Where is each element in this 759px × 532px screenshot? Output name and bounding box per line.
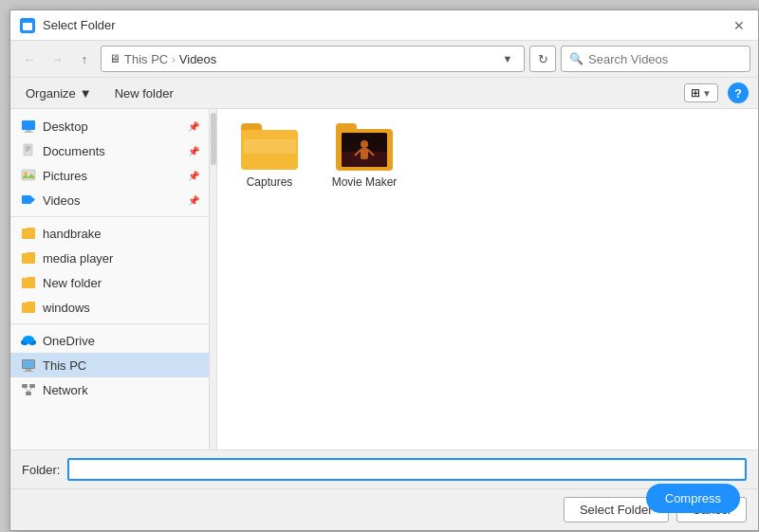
- svg-rect-28: [361, 148, 368, 159]
- pin-icon: 📌: [188, 146, 199, 156]
- view-grid-icon: ⊞: [691, 86, 700, 100]
- sidebar-item-windows[interactable]: windows: [10, 295, 209, 320]
- divider: [10, 216, 209, 217]
- documents-icon: [20, 142, 37, 159]
- folder-icon: [20, 249, 37, 266]
- divider: [10, 323, 209, 324]
- svg-rect-11: [22, 195, 31, 204]
- folder-input-label: Folder:: [22, 463, 60, 477]
- breadcrumb: This PC › Videos: [124, 52, 495, 66]
- sidebar-item-label: Documents: [43, 144, 105, 158]
- svg-line-23: [25, 388, 28, 392]
- sidebar-item-this-pc[interactable]: This PC: [10, 353, 209, 377]
- captures-folder-icon: [241, 123, 298, 171]
- folder-item-captures[interactable]: Captures: [231, 123, 307, 189]
- dialog-icon: [20, 18, 35, 33]
- svg-rect-9: [22, 170, 35, 180]
- svg-rect-22: [26, 392, 31, 395]
- folder-input-row: Folder:: [10, 450, 758, 489]
- sidebar-item-label: handbrake: [43, 227, 101, 241]
- new-folder-button[interactable]: New folder: [107, 83, 181, 103]
- pc-icon: [20, 357, 37, 374]
- folder-icon: [20, 225, 37, 242]
- compress-button[interactable]: Compress: [646, 484, 740, 513]
- organize-arrow-icon: ▼: [80, 86, 92, 101]
- sidebar-item-pictures[interactable]: Pictures 📌: [10, 163, 209, 188]
- sidebar-item-label: Pictures: [43, 169, 87, 183]
- folder-input-field[interactable]: [67, 458, 747, 481]
- pictures-icon: [20, 167, 37, 184]
- pin-icon: 📌: [188, 195, 199, 206]
- refresh-button[interactable]: ↻: [529, 46, 556, 72]
- svg-rect-17: [23, 360, 34, 368]
- sidebar-item-label: windows: [43, 301, 90, 315]
- sidebar-scrollbar[interactable]: [210, 109, 217, 449]
- sidebar-item-handbrake[interactable]: handbrake: [10, 221, 209, 246]
- desktop-icon: [20, 118, 37, 135]
- view-arrow-icon: ▼: [702, 88, 712, 99]
- main-content: Desktop 📌 Documents 📌 Pictures 📌: [10, 109, 758, 450]
- sidebar-item-onedrive[interactable]: OneDrive: [10, 328, 209, 353]
- sidebar-item-label: New folder: [43, 276, 102, 290]
- sidebar-item-videos[interactable]: Videos 📌: [10, 188, 209, 212]
- videos-icon: [20, 192, 37, 209]
- svg-rect-4: [24, 132, 33, 133]
- up-button[interactable]: ↑: [73, 47, 96, 70]
- svg-rect-3: [26, 130, 31, 132]
- sidebar-item-network[interactable]: Network: [10, 377, 209, 402]
- sidebar-item-label: Network: [43, 383, 88, 397]
- search-input[interactable]: [588, 52, 721, 66]
- svg-marker-12: [31, 196, 35, 203]
- svg-point-15: [23, 336, 34, 343]
- sidebar-item-documents[interactable]: Documents 📌: [10, 138, 209, 163]
- svg-rect-2: [22, 120, 35, 130]
- svg-rect-19: [24, 371, 33, 372]
- captures-label: Captures: [247, 175, 293, 189]
- back-button[interactable]: ←: [18, 47, 41, 70]
- svg-rect-5: [24, 144, 32, 156]
- dialog-title: Select Folder: [43, 18, 116, 32]
- pin-icon: 📌: [188, 171, 199, 181]
- search-box: 🔍: [561, 46, 750, 72]
- select-folder-dialog: Select Folder ✕ ← → ↑ 🖥 This PC › Videos…: [9, 9, 759, 531]
- sidebar-item-new-folder[interactable]: New folder: [10, 270, 209, 295]
- scroll-thumb[interactable]: [211, 113, 216, 165]
- sidebar: Desktop 📌 Documents 📌 Pictures 📌: [10, 109, 210, 449]
- help-button[interactable]: ?: [728, 83, 749, 103]
- svg-rect-1: [23, 23, 28, 25]
- sidebar-item-desktop[interactable]: Desktop 📌: [10, 114, 209, 138]
- svg-rect-21: [29, 384, 35, 388]
- svg-line-24: [28, 388, 32, 392]
- sidebar-item-label: Videos: [43, 193, 81, 208]
- file-area: Captures: [217, 109, 758, 203]
- sidebar-item-label: This PC: [43, 358, 86, 373]
- sidebar-item-label: Desktop: [43, 119, 88, 134]
- file-area-wrapper: Captures: [217, 109, 758, 449]
- svg-rect-18: [26, 369, 31, 371]
- svg-point-27: [361, 140, 368, 148]
- folder-icon: [20, 274, 37, 291]
- pin-icon: 📌: [188, 121, 199, 132]
- sidebar-item-label: OneDrive: [43, 334, 95, 348]
- address-bar[interactable]: 🖥 This PC › Videos ▼: [101, 46, 525, 72]
- sidebar-item-media-player[interactable]: media player: [10, 246, 209, 270]
- svg-rect-20: [22, 384, 28, 388]
- forward-button[interactable]: →: [46, 47, 68, 70]
- sidebar-item-label: media player: [43, 251, 113, 266]
- movie-maker-label: Movie Maker: [332, 175, 398, 189]
- title-bar: Select Folder ✕: [10, 10, 758, 41]
- close-button[interactable]: ✕: [730, 16, 749, 35]
- folder-item-movie-maker[interactable]: Movie Maker: [326, 123, 402, 189]
- network-icon: [20, 381, 37, 398]
- folder-icon: [20, 299, 37, 316]
- address-bar-row: ← → ↑ 🖥 This PC › Videos ▼ ↻ 🔍: [10, 41, 758, 78]
- toolbar: Organize ▼ New folder ⊞ ▼ ?: [10, 78, 758, 109]
- view-button[interactable]: ⊞ ▼: [684, 83, 718, 102]
- address-dropdown-icon[interactable]: ▼: [499, 50, 516, 67]
- search-icon: 🔍: [569, 52, 583, 65]
- organize-label: Organize: [26, 86, 76, 101]
- title-bar-left: Select Folder: [20, 18, 116, 33]
- onedrive-icon: [20, 332, 37, 349]
- organize-button[interactable]: Organize ▼: [20, 83, 98, 103]
- address-pc-icon: 🖥: [109, 52, 120, 65]
